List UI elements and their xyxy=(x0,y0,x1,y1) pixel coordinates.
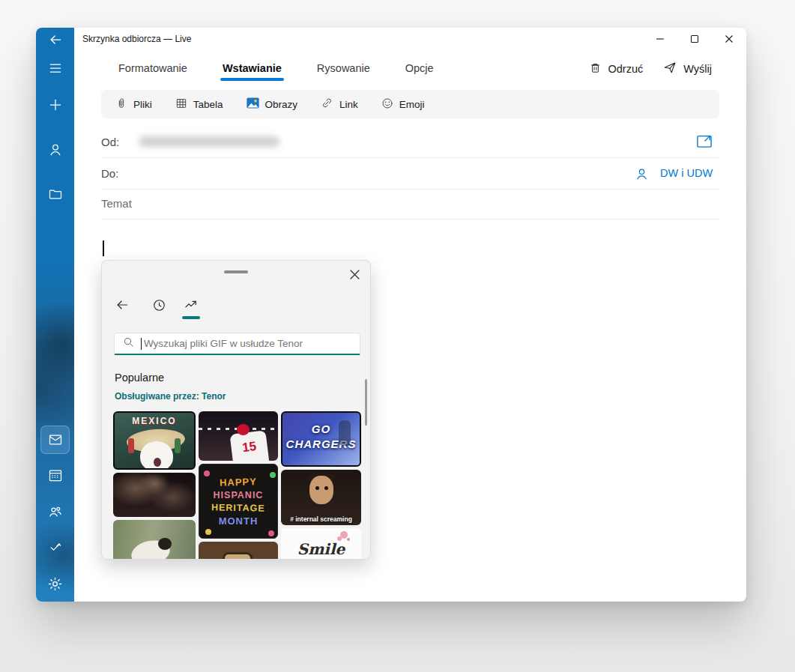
field-divider xyxy=(101,219,719,220)
send-icon xyxy=(663,61,677,76)
cc-bcc-link[interactable]: DW i UDW xyxy=(660,167,713,179)
gif-nav-bar: dziwaczny och wściekły xyxy=(102,294,370,318)
tab-opcje[interactable]: Opcje xyxy=(405,59,435,81)
subject-field[interactable]: Temat xyxy=(101,197,132,210)
tab-formatowanie[interactable]: Formatowanie xyxy=(118,59,188,81)
gif-search-box[interactable] xyxy=(114,333,360,355)
gif-thumbnail-internal-screaming[interactable]: # internal screaming xyxy=(281,470,361,525)
popout-icon[interactable] xyxy=(695,132,714,150)
menu-icon[interactable] xyxy=(40,53,70,83)
gif-search-input[interactable] xyxy=(144,338,360,349)
ribbon-tabs: Formatowanie Wstawianie Rysowanie Opcje xyxy=(118,59,435,81)
gif-thumbnail-mexico-dog[interactable]: MEXICO xyxy=(113,411,196,470)
message-body-caret[interactable] xyxy=(103,240,104,256)
gif-back-icon[interactable] xyxy=(112,295,132,315)
tenor-attribution-link[interactable]: Obsługiwane przez: Tenor xyxy=(115,391,226,402)
gif-thumbnail-applauding-crowd[interactable] xyxy=(113,473,196,517)
link-icon xyxy=(321,97,333,112)
mail-icon[interactable] xyxy=(40,425,70,455)
settings-icon[interactable] xyxy=(40,569,70,599)
insert-toolbar: Pliki Tabela Obrazy Link xyxy=(101,90,719,118)
back-icon[interactable] xyxy=(40,28,70,55)
gif-column: GO CHARGERS # internal screaming Smile xyxy=(281,411,361,560)
from-address-redacted xyxy=(139,136,279,147)
trending-icon[interactable] xyxy=(181,295,201,315)
gif-section-title: Popularne xyxy=(115,372,164,384)
table-icon xyxy=(175,97,187,112)
gif-thumbnail-smile[interactable]: Smile xyxy=(281,528,361,560)
files-button[interactable]: Pliki xyxy=(115,97,152,112)
maximize-icon[interactable] xyxy=(677,28,712,50)
gif-thumbnail-go-chargers[interactable]: GO CHARGERS xyxy=(281,411,361,467)
search-caret xyxy=(141,338,142,350)
panel-close-icon[interactable] xyxy=(345,265,363,283)
drag-handle[interactable] xyxy=(224,270,248,273)
tab-rysowanie[interactable]: Rysowanie xyxy=(316,59,371,81)
gif-thumbnail-football-player[interactable]: 15 xyxy=(199,411,278,461)
gif-thumbnail-hispanic-heritage-month[interactable]: HAPPY HISPANIC HERITAGE MONTH xyxy=(199,464,278,539)
trending-active-underline xyxy=(182,316,200,319)
mail-app-window: Skrzynka odbiorcza — Live Formatowanie W… xyxy=(36,28,746,602)
field-divider xyxy=(101,189,719,190)
search-icon xyxy=(123,336,134,351)
table-button[interactable]: Tabela xyxy=(175,97,223,112)
discard-button[interactable]: Odrzuć xyxy=(589,61,644,76)
recent-icon[interactable] xyxy=(149,295,169,315)
gif-panel-scrollbar[interactable] xyxy=(365,379,367,426)
new-item-icon[interactable] xyxy=(40,90,70,120)
gif-thumbnail-cartoon[interactable] xyxy=(199,542,278,560)
account-icon[interactable] xyxy=(40,135,70,165)
window-title: Skrzynka odbiorcza — Live xyxy=(82,34,191,44)
from-label: Od: xyxy=(101,136,119,148)
gif-grid: MEXICO 15 HAPPY xyxy=(113,411,361,560)
desktop-background: Skrzynka odbiorcza — Live Formatowanie W… xyxy=(0,0,795,672)
images-button[interactable]: Obrazy xyxy=(247,97,298,111)
minimize-icon[interactable] xyxy=(643,28,677,50)
link-button[interactable]: Link xyxy=(321,97,358,112)
emoji-icon xyxy=(381,97,393,112)
window-controls xyxy=(643,28,746,50)
emoji-button[interactable]: Emoji xyxy=(381,97,425,112)
tab-wstawianie[interactable]: Wstawianie xyxy=(222,59,282,81)
send-button[interactable]: Wyślij xyxy=(663,61,712,76)
ribbon-actions: Odrzuć Wyślij xyxy=(589,61,712,76)
gif-picker-panel: dziwaczny och wściekły Popularne Obsługi… xyxy=(101,260,371,560)
field-divider xyxy=(101,157,719,158)
paperclip-icon xyxy=(115,97,127,112)
calendar-icon[interactable] xyxy=(40,460,70,490)
folders-icon[interactable] xyxy=(40,179,70,209)
gif-column: 15 HAPPY HISPANIC HERITAGE MONTH xyxy=(199,411,278,560)
to-label: Do: xyxy=(101,167,118,180)
choose-contacts-icon[interactable] xyxy=(632,165,650,183)
gif-column: MEXICO xyxy=(113,411,196,560)
people-icon[interactable] xyxy=(40,497,70,527)
close-icon[interactable] xyxy=(712,28,746,50)
gif-thumbnail-panda[interactable] xyxy=(113,520,196,560)
trash-icon xyxy=(589,61,602,76)
image-icon xyxy=(247,97,259,111)
navigation-sidebar xyxy=(36,28,74,602)
todo-icon[interactable] xyxy=(40,532,70,562)
